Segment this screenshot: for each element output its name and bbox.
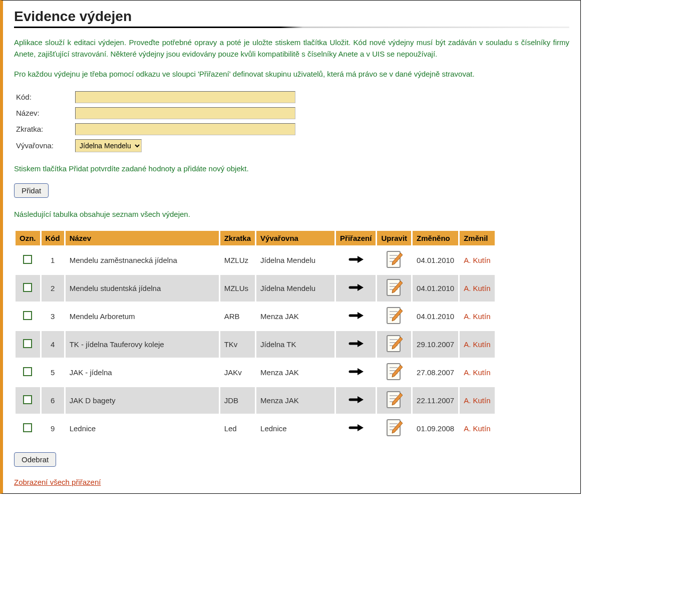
row-abbrev: JDB [220,387,255,414]
arrow-right-icon[interactable] [348,255,364,265]
row-code: 9 [42,415,64,442]
row-checkbox[interactable] [23,311,32,320]
col-changed: Změněno [413,231,458,245]
row-changed-by-link[interactable]: A. Kutín [464,424,490,433]
edit-icon[interactable] [386,346,403,355]
row-abbrev: ARB [220,303,255,330]
add-hint: Stiskem tlačítka Přidat potvrdíte zadané… [14,163,569,175]
outlets-table: Ozn. Kód Název Zkratka Vývařovna Přiřaze… [14,229,496,443]
add-button[interactable]: Přidat [14,183,49,198]
col-changed-by: Změnil [460,231,494,245]
kitchen-select[interactable]: Jídelna Mendelu [75,139,142,152]
row-kitchen: Lednice [256,415,334,442]
row-abbrev: MZLUz [220,247,255,273]
table-hint: Následující tabulka obsahuje seznam všec… [14,209,569,220]
table-row: 3Mendelu ArboretumARBMenza JAK04.01.2010… [16,303,495,330]
row-changed-by-link[interactable]: A. Kutín [464,396,490,405]
table-row: 4TK - jídelna Tauferovy kolejeTKvJídelna… [16,331,495,358]
code-input[interactable] [75,91,295,103]
table-header-row: Ozn. Kód Název Zkratka Vývařovna Přiřaze… [16,231,495,245]
row-code: 4 [42,331,64,358]
svg-marker-1 [358,256,364,263]
row-checkbox[interactable] [23,423,32,432]
row-kitchen: Menza JAK [256,387,334,414]
edit-icon[interactable] [386,262,403,270]
row-changed-by-link[interactable]: A. Kutín [464,368,490,377]
arrow-right-icon[interactable] [348,367,364,378]
name-input[interactable] [75,107,295,119]
svg-marker-22 [358,340,364,347]
row-changed-by-link[interactable]: A. Kutín [464,284,490,292]
row-name: JAK - jídelna [66,359,219,386]
row-code: 5 [42,359,64,386]
row-code: 1 [42,247,64,273]
row-name: TK - jídelna Tauferovy koleje [66,331,219,358]
col-assignment: Přiřazení [336,231,376,245]
edit-icon[interactable] [386,374,403,383]
col-name: Název [66,231,219,245]
row-name: Mendelu Arboretum [66,303,219,330]
arrow-right-icon[interactable] [348,423,364,434]
col-edit: Upravit [377,231,411,245]
row-kitchen: Menza JAK [256,359,334,386]
col-abbrev: Zkratka [220,231,255,245]
row-code: 3 [42,303,64,330]
svg-marker-8 [358,284,364,291]
name-label: Název: [16,105,75,121]
edit-icon[interactable] [386,402,403,411]
row-changed-by-link[interactable]: A. Kutín [464,312,490,321]
page-title: Evidence výdejen [14,9,569,25]
row-name: Mendelu zaměstnanecká jídelna [66,247,219,273]
title-divider [14,27,569,28]
arrow-right-icon[interactable] [348,395,364,406]
row-checkbox[interactable] [23,255,32,264]
col-kitchen: Vývařovna [256,231,334,245]
row-checkbox[interactable] [23,395,32,404]
row-name: JAK D bagety [66,387,219,414]
arrow-right-icon[interactable] [348,339,364,350]
row-checkbox[interactable] [23,339,32,348]
svg-marker-36 [358,396,364,403]
remove-button[interactable]: Odebrat [14,452,56,467]
row-kitchen: Jídelna TK [256,331,334,358]
row-code: 2 [42,275,64,302]
row-kitchen: Jídelna Mendelu [256,275,334,302]
page-container: Evidence výdejen Aplikace slouží k edita… [0,0,581,494]
row-checkbox[interactable] [23,283,32,292]
row-changed-by-link[interactable]: A. Kutín [464,256,490,264]
show-all-assignments-link[interactable]: Zobrazení všech přiřazení [14,478,101,486]
row-abbrev: Led [220,415,255,442]
row-changed: 27.08.2007 [413,359,458,386]
row-changed: 22.11.2007 [413,387,458,414]
row-checkbox[interactable] [23,367,32,376]
table-row: 1Mendelu zaměstnanecká jídelnaMZLUzJídel… [16,247,495,273]
edit-icon[interactable] [386,430,403,439]
row-kitchen: Menza JAK [256,303,334,330]
edit-icon[interactable] [386,290,403,298]
svg-marker-43 [358,424,364,431]
intro-paragraph-1: Aplikace slouží k editaci výdejen. Prove… [14,37,569,60]
code-label: Kód: [16,89,75,105]
col-mark: Ozn. [16,231,40,245]
edit-icon[interactable] [386,318,403,327]
table-row: 6JAK D bagetyJDBMenza JAK22.11.2007A. Ku… [16,387,495,414]
row-name: Lednice [66,415,219,442]
row-changed: 04.01.2010 [413,247,458,273]
row-changed: 01.09.2008 [413,415,458,442]
row-changed: 29.10.2007 [413,331,458,358]
row-changed: 04.01.2010 [413,275,458,302]
row-abbrev: TKv [220,331,255,358]
kitchen-label: Vývařovna: [16,137,75,154]
row-changed-by-link[interactable]: A. Kutín [464,340,490,349]
table-row: 9LedniceLedLednice01.09.2008A. Kutín [16,415,495,442]
intro-paragraph-2: Pro každou výdejnu je třeba pomocí odkaz… [14,69,569,80]
arrow-right-icon[interactable] [348,311,364,322]
row-abbrev: JAKv [220,359,255,386]
add-form: Kód: Název: Zkratka: Vývařovna: Jídelna … [16,89,299,154]
svg-marker-29 [358,368,364,375]
abbrev-label: Zkratka: [16,121,75,137]
table-row: 5JAK - jídelnaJAKvMenza JAK27.08.2007A. … [16,359,495,386]
abbrev-input[interactable] [75,123,295,135]
arrow-right-icon[interactable] [348,283,364,293]
row-abbrev: MZLUs [220,275,255,302]
